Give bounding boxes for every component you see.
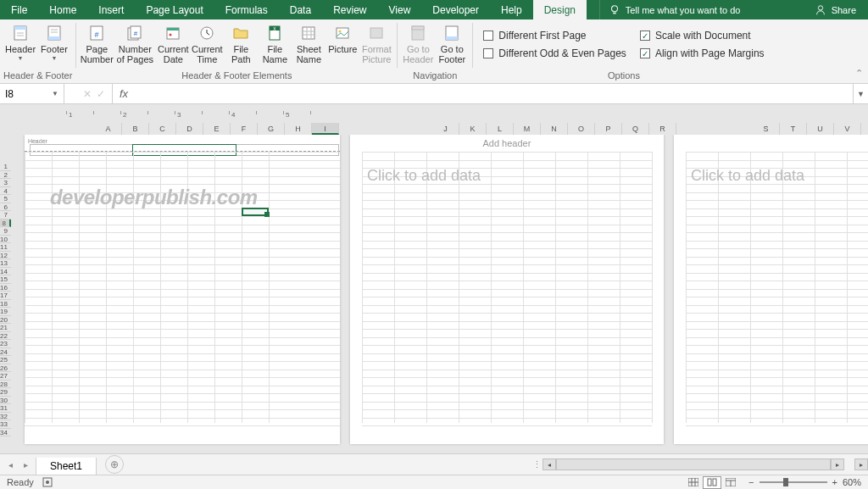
view-normal-button[interactable]	[684, 476, 703, 489]
zoom-in-button[interactable]: +	[832, 477, 837, 487]
grid-page-2[interactable]: Click to add data	[362, 152, 652, 423]
col-header-L[interactable]: L	[487, 123, 514, 135]
goto-footer-button[interactable]: Go to Footer	[435, 21, 469, 68]
col-header-C[interactable]: C	[149, 123, 176, 135]
row-header-13[interactable]: 13	[0, 259, 11, 268]
tab-help[interactable]: Help	[490, 0, 533, 19]
col-header-B[interactable]: B	[122, 123, 149, 135]
col-header-A[interactable]: A	[95, 123, 122, 135]
row-header-24[interactable]: 24	[0, 348, 11, 357]
grid-page-3[interactable]: Click to add data	[686, 152, 868, 423]
tab-file[interactable]: File	[0, 0, 38, 19]
col-header-Q[interactable]: Q	[622, 123, 649, 135]
collapse-ribbon-icon[interactable]: ⌃	[855, 68, 863, 79]
prev-sheet-icon[interactable]: ▸	[19, 460, 32, 470]
row-header-23[interactable]: 23	[0, 340, 11, 348]
row-header-19[interactable]: 19	[0, 308, 11, 316]
share-button[interactable]: Share	[803, 0, 868, 19]
tab-page-layout[interactable]: Page Layout	[135, 0, 214, 19]
row-header-30[interactable]: 30	[0, 397, 11, 405]
file-path-button[interactable]: File Path	[224, 21, 258, 68]
formula-expand-icon[interactable]: ▼	[853, 84, 868, 103]
tell-me-search[interactable]: Tell me what you want to do	[599, 0, 803, 19]
fx-icon[interactable]: fx	[113, 84, 135, 103]
add-header-placeholder[interactable]: Add header	[674, 135, 868, 152]
zoom-slider[interactable]	[760, 481, 827, 483]
col-header-V[interactable]: V	[834, 123, 861, 135]
row-header-1[interactable]: 1	[0, 163, 11, 171]
tab-insert[interactable]: Insert	[87, 0, 135, 19]
col-header-U[interactable]: U	[807, 123, 834, 135]
col-header-P[interactable]: P	[595, 123, 622, 135]
row-header-7[interactable]: 7	[0, 211, 11, 219]
row-header-25[interactable]: 25	[0, 356, 11, 364]
first-sheet-icon[interactable]: ◂	[3, 460, 17, 470]
header-button[interactable]: Header ▼	[3, 21, 37, 68]
sheet-name-button[interactable]: Sheet Name	[292, 21, 326, 68]
row-header-10[interactable]: 10	[0, 236, 11, 244]
row-header-34[interactable]: 34	[0, 429, 11, 437]
tab-review[interactable]: Review	[322, 0, 377, 19]
col-header-I[interactable]: I	[312, 123, 339, 135]
grid-page-1[interactable]: developerpublish.com	[25, 152, 340, 423]
row-header-28[interactable]: 28	[0, 381, 11, 389]
row-header-29[interactable]: 29	[0, 388, 11, 397]
row-header-21[interactable]: 21	[0, 324, 11, 332]
row-header-33[interactable]: 33	[0, 420, 11, 429]
col-header-S[interactable]: S	[753, 123, 780, 135]
row-header-8[interactable]: 8	[0, 219, 11, 228]
col-header-R[interactable]: R	[649, 123, 676, 135]
col-header-W[interactable]: W	[861, 123, 868, 135]
view-page-layout-button[interactable]	[703, 476, 721, 489]
row-header-11[interactable]: 11	[0, 243, 11, 252]
horizontal-scrollbar[interactable]: ⋮ ◂▸	[531, 458, 844, 470]
macro-record-icon[interactable]	[42, 477, 53, 487]
row-header-5[interactable]: 5	[0, 195, 11, 203]
row-header-27[interactable]: 27	[0, 372, 11, 381]
col-header-O[interactable]: O	[568, 123, 595, 135]
row-header-32[interactable]: 32	[0, 413, 11, 421]
row-header-3[interactable]: 3	[0, 179, 11, 187]
page-number-button[interactable]: #Page Number	[80, 21, 114, 68]
col-header-J[interactable]: J	[432, 123, 459, 135]
picture-button[interactable]: Picture	[326, 21, 359, 68]
row-header-26[interactable]: 26	[0, 364, 11, 373]
align-page-margins-checkbox[interactable]: ✓Align with Page Margins	[640, 47, 765, 59]
enter-formula-icon[interactable]: ✓	[97, 88, 105, 100]
tab-home[interactable]: Home	[38, 0, 87, 19]
col-header-M[interactable]: M	[514, 123, 541, 135]
col-header-D[interactable]: D	[176, 123, 203, 135]
col-header-H[interactable]: H	[285, 123, 312, 135]
footer-button[interactable]: Footer ▼	[37, 21, 71, 68]
different-first-page-checkbox[interactable]: Different First Page	[483, 30, 626, 42]
current-time-button[interactable]: Current Time	[190, 21, 224, 68]
col-header-T[interactable]: T	[780, 123, 807, 135]
col-header-G[interactable]: G	[258, 123, 285, 135]
different-odd-even-checkbox[interactable]: Different Odd & Even Pages	[483, 47, 626, 59]
name-box[interactable]: I8▼	[0, 84, 64, 103]
row-header-9[interactable]: 9	[0, 227, 11, 236]
tab-view[interactable]: View	[378, 0, 422, 19]
row-header-14[interactable]: 14	[0, 268, 11, 276]
add-sheet-button[interactable]: ⊕	[105, 455, 124, 474]
formula-input[interactable]	[135, 84, 853, 103]
tab-design[interactable]: Design	[533, 0, 587, 19]
zoom-level[interactable]: 60%	[843, 477, 861, 487]
col-header-N[interactable]: N	[541, 123, 568, 135]
row-header-16[interactable]: 16	[0, 284, 11, 292]
row-header-15[interactable]: 15	[0, 275, 11, 284]
row-header-2[interactable]: 2	[0, 171, 11, 180]
row-header-22[interactable]: 22	[0, 332, 11, 341]
row-header-17[interactable]: 17	[0, 292, 11, 300]
col-header-K[interactable]: K	[459, 123, 487, 135]
tab-developer[interactable]: Developer	[421, 0, 490, 19]
current-date-button[interactable]: Current Date	[156, 21, 190, 68]
selected-cell[interactable]	[242, 208, 269, 216]
col-header-E[interactable]: E	[203, 123, 231, 135]
scale-with-doc-checkbox[interactable]: ✓Scale with Document	[640, 30, 765, 42]
zoom-out-button[interactable]: −	[748, 477, 754, 487]
row-header-18[interactable]: 18	[0, 300, 11, 308]
row-header-31[interactable]: 31	[0, 404, 11, 413]
sheet-tab-sheet1[interactable]: Sheet1	[36, 458, 97, 475]
tab-data[interactable]: Data	[279, 0, 322, 19]
